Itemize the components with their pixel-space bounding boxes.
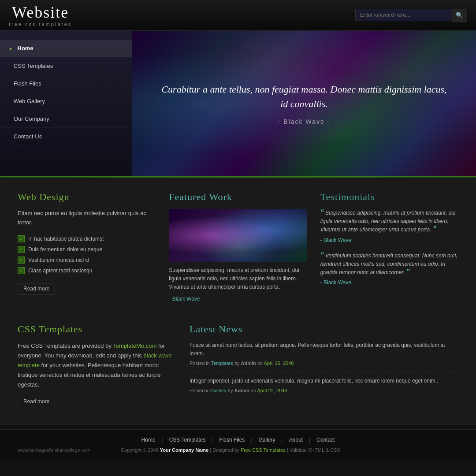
footer: Home | CSS Templates | Flash Files | Gal… bbox=[0, 429, 476, 460]
footer-link-contact[interactable]: Contact bbox=[310, 437, 341, 443]
sidebar-item-company[interactable]: Our Company bbox=[0, 110, 132, 128]
nav-list: ► Home CSS Templates Flash Files Web Gal… bbox=[0, 31, 132, 145]
testimonials-section: Testimonials “ Suspendisse adipiscing, m… bbox=[320, 191, 458, 302]
css-templates-section: CSS Templates Free CSS Templates are pro… bbox=[18, 324, 176, 407]
search-input[interactable] bbox=[355, 9, 452, 21]
nav-link-contact[interactable]: Contact Us bbox=[0, 128, 132, 145]
hero-quote: Curabitur a ante tellus, non feugiat mas… bbox=[161, 82, 447, 111]
css-templates-title: CSS Templates bbox=[18, 324, 176, 335]
search-button[interactable]: 🔍 bbox=[452, 9, 467, 22]
checklist-item-2: Duis fermentum dolor eu neque bbox=[28, 246, 102, 253]
top-row: Web Design Etiam nec purus eu ligula mol… bbox=[18, 178, 458, 311]
footer-link-about[interactable]: About bbox=[283, 437, 309, 443]
list-item: Class aptent taciti sociosqu bbox=[18, 265, 156, 276]
footer-link-flash[interactable]: Flash Files bbox=[213, 437, 251, 443]
testimonial-1: “ Suspendisse adipiscing, mauris at pret… bbox=[320, 209, 458, 245]
sidebar-item-home[interactable]: ► Home bbox=[0, 40, 132, 57]
testimonial-2: “ Vestibulum sodales hendrerit consequat… bbox=[320, 252, 458, 287]
news-item-2: Integer imperdiet, justo ut venenatis ve… bbox=[190, 377, 458, 398]
sidebar-nav: ► Home CSS Templates Flash Files Web Gal… bbox=[0, 31, 132, 176]
checklist-item-4: Class aptent taciti sociosqu bbox=[28, 268, 92, 274]
checklist-item-3: Vestibulum rhoncus nisl id bbox=[28, 257, 89, 263]
news-2-author: Admin bbox=[234, 388, 249, 393]
footer-link-home[interactable]: Home bbox=[135, 437, 162, 443]
css-read-more[interactable]: Read more bbox=[18, 396, 55, 407]
list-item: Vestibulum rhoncus nisl id bbox=[18, 255, 156, 265]
news-2-date[interactable]: April 22, 2048 bbox=[257, 388, 287, 393]
footer-url: www.heritagechristiancollege.com bbox=[18, 447, 91, 453]
sidebar-item-gallery[interactable]: Web Gallery bbox=[0, 93, 132, 110]
hero-attribution: - Black Wave - bbox=[161, 118, 447, 125]
web-design-section: Web Design Etiam nec purus eu ligula mol… bbox=[18, 191, 156, 302]
open-quote: “ bbox=[320, 208, 324, 216]
testimonial-1-text: “ Suspendisse adipiscing, mauris at pret… bbox=[320, 210, 456, 233]
news-1-text: Fusce sit amet nunc lectus, at pretium a… bbox=[190, 341, 458, 358]
news-2-category[interactable]: Gallery bbox=[211, 388, 227, 393]
copyright-text: Copyright © 2048 bbox=[121, 447, 159, 453]
bottom-row: CSS Templates Free CSS Templates are pro… bbox=[18, 311, 458, 407]
testimonials-title: Testimonials bbox=[320, 191, 458, 203]
templatemo-link[interactable]: TemplateMo.com bbox=[113, 342, 156, 349]
testimonial-2-text: “ Vestibulum sodales hendrerit consequat… bbox=[320, 253, 457, 275]
news-item-1: Fusce sit amet nunc lectus, at pretium a… bbox=[190, 341, 458, 372]
nav-link-home[interactable]: ► Home bbox=[0, 40, 132, 57]
open-quote-2: “ bbox=[320, 251, 324, 259]
news-1-author: Admin bbox=[241, 361, 256, 366]
news-1-category[interactable]: Templates bbox=[211, 361, 233, 366]
footer-designer-link[interactable]: Free CSS Templates bbox=[241, 447, 285, 453]
footer-company: Your Company Name bbox=[160, 447, 208, 453]
footer-link-css[interactable]: CSS Templates bbox=[163, 437, 212, 443]
news-1-meta: Posted in Templates by Admin on April 25… bbox=[190, 361, 458, 366]
sidebar-item-flash[interactable]: Flash Files bbox=[0, 75, 132, 93]
footer-link-gallery[interactable]: Gallery bbox=[252, 437, 281, 443]
sidebar-item-contact[interactable]: Contact Us bbox=[0, 128, 132, 145]
black-wave-link[interactable]: black wave template bbox=[18, 352, 172, 368]
check-icon bbox=[18, 267, 25, 274]
css-templates-description: Free CSS Templates are provided by Templ… bbox=[18, 341, 176, 390]
news-2-text: Integer imperdiet, justo ut venenatis ve… bbox=[190, 377, 458, 385]
latest-news-section: Latest News Fusce sit amet nunc lectus, … bbox=[190, 324, 458, 407]
web-design-title: Web Design bbox=[18, 191, 156, 203]
news-1-date[interactable]: April 25, 2048 bbox=[264, 361, 294, 366]
featured-image bbox=[169, 209, 307, 262]
search-icon: 🔍 bbox=[456, 12, 463, 19]
web-design-description: Etiam nec purus eu ligula molestie pulvi… bbox=[18, 209, 156, 227]
featured-attribution-link[interactable]: - Black Wave bbox=[169, 296, 200, 302]
footer-copyright: Copyright © 2048 Your Company Name | Des… bbox=[121, 447, 340, 453]
list-item: In hac habitasse platea dictumst bbox=[18, 234, 156, 244]
featured-description: Suspendisse adipiscing, mauris at pretiu… bbox=[169, 266, 307, 292]
close-quote: ” bbox=[433, 225, 436, 233]
logo-title: Website bbox=[9, 3, 72, 22]
check-icon bbox=[18, 235, 25, 242]
latest-news-title: Latest News bbox=[190, 324, 458, 335]
hero-text: Curabitur a ante tellus, non feugiat mas… bbox=[152, 73, 456, 134]
sidebar-item-css[interactable]: CSS Templates bbox=[0, 57, 132, 75]
footer-bottom: www.heritagechristiancollege.com Copyrig… bbox=[18, 447, 458, 453]
close-quote-2: ” bbox=[406, 268, 410, 275]
nav-link-gallery[interactable]: Web Gallery bbox=[0, 93, 132, 110]
testimonial-1-author[interactable]: - Black Wave bbox=[320, 236, 458, 245]
check-icon bbox=[18, 246, 25, 253]
logo-area: Website free css templates bbox=[9, 3, 72, 27]
nav-link-css[interactable]: CSS Templates bbox=[0, 57, 132, 74]
featured-work-section: Featured Work Suspendisse adipiscing, ma… bbox=[169, 191, 307, 302]
hero-banner: Curabitur a ante tellus, non feugiat mas… bbox=[132, 31, 476, 176]
web-design-checklist: In hac habitasse platea dictumst Duis fe… bbox=[18, 234, 156, 276]
check-icon bbox=[18, 257, 25, 264]
news-2-meta: Posted in Gallery by Admin on April 22, … bbox=[190, 388, 458, 393]
nav-arrow-icon: ► bbox=[9, 46, 13, 51]
web-design-read-more[interactable]: Read more bbox=[18, 283, 55, 294]
logo-subtitle: free css templates bbox=[9, 22, 72, 27]
main-content: Web Design Etiam nec purus eu ligula mol… bbox=[0, 178, 476, 425]
footer-pipe-1: | Designed by bbox=[210, 447, 241, 453]
testimonial-2-author[interactable]: - Black Wave bbox=[320, 279, 458, 287]
nav-hero-section: ► Home CSS Templates Flash Files Web Gal… bbox=[0, 31, 476, 176]
search-area: 🔍 bbox=[355, 9, 467, 22]
nav-link-company[interactable]: Our Company bbox=[0, 110, 132, 127]
footer-nav: Home | CSS Templates | Flash Files | Gal… bbox=[18, 437, 458, 443]
list-item: Duis fermentum dolor eu neque bbox=[18, 244, 156, 255]
nav-link-flash[interactable]: Flash Files bbox=[0, 75, 132, 92]
featured-work-title: Featured Work bbox=[169, 191, 307, 203]
header: Website free css templates 🔍 bbox=[0, 0, 476, 31]
footer-pipe-2: | Validate XHTML & CSS bbox=[287, 447, 340, 453]
